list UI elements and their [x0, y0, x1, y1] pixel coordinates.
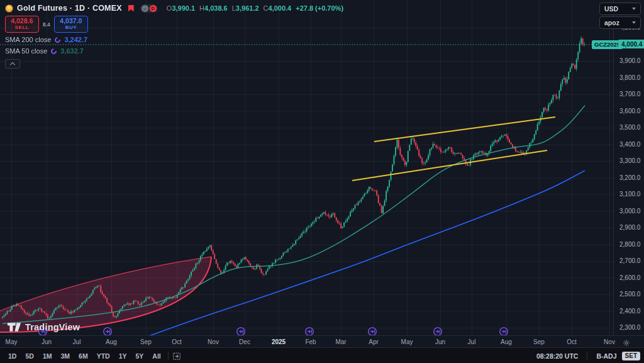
range-button-1d[interactable]: 1D — [5, 351, 19, 361]
sma50-legend-row[interactable]: SMA 50 close 3,632.7 — [5, 47, 343, 55]
range-button-1m[interactable]: 1M — [40, 351, 55, 361]
time-axis-month-label: May — [6, 338, 18, 345]
time-axis-month-label: Nov — [604, 338, 615, 345]
range-button-1y[interactable]: 1Y — [116, 351, 130, 361]
symbol-title[interactable]: Gold Futures · 1D · COMEX — [17, 4, 122, 13]
collapse-legend-button[interactable] — [5, 59, 20, 69]
sma50-value: 3,632.7 — [60, 47, 84, 55]
range-button-ytd[interactable]: YTD — [94, 351, 113, 361]
time-axis-month-label: Apr — [369, 338, 379, 345]
sell-price: 4,028.6 — [6, 18, 38, 25]
toolbar-divider — [168, 352, 169, 360]
gold-coin-icon — [5, 4, 13, 13]
time-axis-month-label: Aug — [501, 338, 512, 345]
series-toggle[interactable]: – D — [140, 4, 158, 13]
price-tick: 3,400.0 — [619, 142, 640, 148]
chevron-down-icon — [632, 8, 636, 10]
unit-select[interactable]: apoz — [599, 16, 641, 29]
time-axis[interactable]: MayJunJulAugSepOctNovDec2025FebMarAprMay… — [0, 335, 644, 348]
unit-widget: USD apoz — [599, 3, 641, 29]
range-buttons: 1D5D1M3M6MYTD1Y5YAll — [5, 351, 164, 361]
price-tick: 3,800.0 — [619, 75, 640, 81]
chevron-down-icon — [632, 21, 636, 24]
buy-button[interactable]: 4,037.0 BUY — [54, 16, 88, 33]
close-value: 4,000.4 — [269, 4, 292, 12]
price-tick: 3,300.0 — [619, 158, 640, 164]
time-axis-month-label: Jun — [435, 338, 445, 345]
range-button-6m[interactable]: 6M — [75, 351, 91, 361]
loading-spinner-icon — [50, 47, 58, 55]
currency-value: USD — [604, 5, 618, 13]
unit-value: apoz — [604, 19, 619, 26]
time-axis-month-label: Oct — [172, 338, 182, 345]
time-axis-month-label: Feb — [305, 338, 316, 345]
sell-label: SELL — [6, 25, 38, 30]
buy-label: BUY — [55, 25, 87, 30]
time-axis-month-label: Mar — [335, 338, 346, 345]
flag-icon[interactable] — [128, 5, 134, 12]
time-axis-month-label: Jul — [468, 338, 476, 345]
sell-button[interactable]: 4,028.6 SELL — [5, 16, 39, 33]
price-tick: 2,300.0 — [619, 325, 640, 331]
settlement-toggle[interactable]: SET — [622, 352, 640, 360]
range-button-5y[interactable]: 5Y — [133, 351, 147, 361]
price-tick: 3,500.0 — [619, 125, 640, 131]
tradingview-logo[interactable]: TradingView — [8, 321, 80, 333]
goto-date-button[interactable] — [172, 352, 181, 360]
price-tick: 3,100.0 — [619, 191, 640, 198]
price-tick: 3,700.0 — [619, 91, 640, 98]
time-axis-month-label: Dec — [239, 338, 250, 345]
toolbar-divider — [587, 352, 587, 360]
time-axis-month-label: Oct — [567, 338, 577, 345]
price-tick: 2,800.0 — [619, 242, 640, 248]
price-axis[interactable]: 4,100.04,000.03,900.03,800.03,700.03,600… — [613, 0, 644, 335]
currency-select[interactable]: USD — [599, 3, 641, 15]
price-tick: 2,700.0 — [619, 258, 640, 264]
range-button-3m[interactable]: 3M — [57, 351, 73, 361]
minus-icon: – — [142, 5, 148, 12]
low-value: 3,961.2 — [236, 4, 259, 12]
sma200-legend-row[interactable]: SMA 200 close 3,242.7 — [5, 35, 343, 44]
range-button-5d[interactable]: 5D — [22, 351, 36, 361]
sma200-value: 3,242.7 — [64, 36, 87, 43]
sma200-label: SMA 200 close — [5, 36, 51, 43]
tradingview-logo-icon — [8, 321, 21, 333]
open-value: 3,990.1 — [172, 4, 195, 12]
loading-spinner-icon — [54, 36, 62, 44]
change-value: +27.8 (+0.70%) — [296, 4, 343, 12]
tradingview-chart-app: Gold Futures · 1D · COMEX – D O3,990.1 H… — [0, 0, 644, 363]
chevron-up-icon — [10, 62, 15, 67]
time-axis-month-label: Jul — [73, 338, 81, 345]
symbol-row: Gold Futures · 1D · COMEX – D O3,990.1 H… — [5, 3, 343, 14]
calendar-goto-icon — [172, 352, 181, 360]
time-axis-month-label: Nov — [208, 338, 219, 345]
tradingview-logo-text: TradingView — [25, 322, 80, 332]
current-price-tag: 4,000.4 — [618, 40, 644, 48]
time-axis-month-label: Sep — [533, 338, 545, 345]
chart-legend: Gold Futures · 1D · COMEX – D O3,990.1 H… — [5, 3, 343, 69]
price-tick: 3,000.0 — [619, 208, 640, 215]
time-axis-month-label: May — [401, 338, 413, 345]
price-tick: 2,900.0 — [619, 225, 640, 231]
price-tick: 3,600.0 — [619, 108, 640, 114]
toolbar-right: 08:28:20 UTC B-ADJ SET — [536, 352, 640, 360]
time-axis-year-label: 2025 — [272, 338, 286, 345]
price-tick: 2,500.0 — [619, 291, 640, 298]
clock-readout[interactable]: 08:28:20 UTC — [536, 352, 579, 360]
price-tick: 3,200.0 — [619, 175, 640, 181]
price-tick: 2,600.0 — [619, 275, 640, 281]
ohlc-readout: O3,990.1 H4,038.6 L3,961.2 C4,000.4 +27.… — [167, 4, 343, 12]
range-button-all[interactable]: All — [149, 351, 164, 361]
spread-value: 8.4 — [43, 21, 50, 28]
buy-sell-widget: 4,028.6 SELL 8.4 4,037.0 BUY — [5, 16, 343, 33]
back-adjust-toggle[interactable]: B-ADJ — [596, 352, 616, 360]
time-axis-month-label: Sep — [140, 338, 152, 345]
buy-price: 4,037.0 — [55, 18, 87, 25]
time-axis-month-label: Aug — [106, 338, 117, 345]
time-axis-month-label: Jun — [42, 338, 52, 345]
high-value: 4,038.6 — [204, 4, 228, 12]
daily-badge-icon: D — [150, 5, 157, 12]
bottom-toolbar: 1D5D1M3M6MYTD1Y5YAll 08:28:20 UTC B-ADJ … — [0, 347, 644, 363]
sma50-label: SMA 50 close — [5, 47, 47, 55]
high-label: H — [199, 4, 204, 12]
